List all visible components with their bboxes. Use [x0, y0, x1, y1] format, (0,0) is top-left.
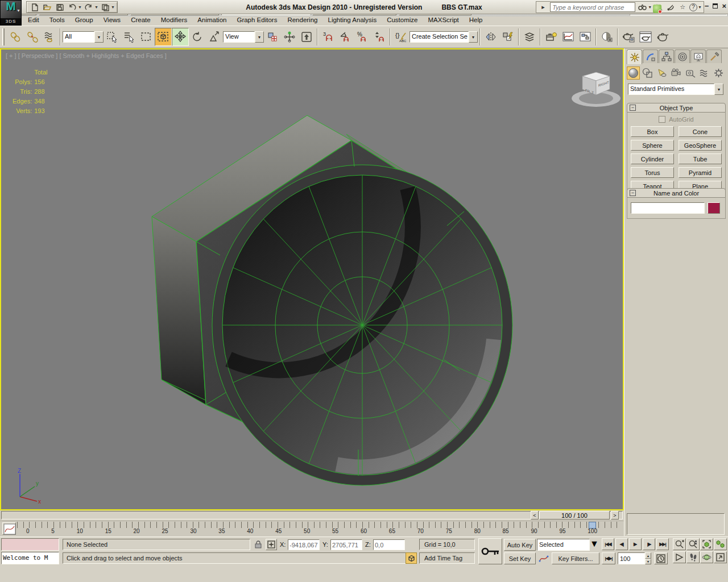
render-setup-icon[interactable]	[620, 28, 637, 46]
category-systems-icon[interactable]	[712, 66, 725, 80]
category-helpers-icon[interactable]	[684, 66, 697, 80]
infocenter-expand-icon[interactable]: ▸	[538, 2, 548, 12]
tab-motion-icon[interactable]	[675, 49, 690, 63]
category-shapes-icon[interactable]	[641, 66, 654, 80]
auto-key-button[interactable]: Auto Key	[504, 539, 536, 551]
layer-manager-icon[interactable]	[521, 28, 538, 46]
select-and-link-icon[interactable]	[7, 28, 24, 46]
menu-maxscript[interactable]: MAXScript	[423, 14, 464, 26]
trackbar-frame-marker[interactable]	[589, 522, 596, 529]
schematic-view-icon[interactable]	[577, 28, 594, 46]
select-and-scale-icon[interactable]	[206, 28, 223, 46]
tab-create-icon[interactable]	[627, 49, 642, 64]
menu-lighting-analysis[interactable]: Lighting Analysis	[322, 14, 382, 26]
maxscript-mini-listener-pink[interactable]	[1, 538, 59, 551]
tab-utilities-icon[interactable]	[706, 49, 722, 63]
named-selection-sets-dropdown[interactable]: Create Selection Se ▼	[410, 31, 478, 43]
align-icon[interactable]	[499, 28, 516, 46]
select-and-rotate-icon[interactable]	[189, 28, 206, 46]
toolbar-grip[interactable]	[2, 28, 5, 45]
percent-snap-toggle-icon[interactable]: %	[354, 28, 371, 46]
search-dropdown-icon[interactable]: ▼	[648, 5, 652, 9]
previous-frame-arrow[interactable]: <	[531, 511, 539, 519]
menu-views[interactable]: Views	[98, 14, 126, 26]
next-frame-button[interactable]: |▶	[643, 538, 655, 550]
key-filters-button[interactable]: Key Filters...	[552, 552, 599, 564]
open-file-button[interactable]	[42, 2, 53, 13]
select-and-manipulate-icon[interactable]	[281, 28, 298, 46]
object-name-input[interactable]	[631, 202, 705, 214]
search-binoculars-icon[interactable]	[637, 2, 647, 12]
mini-curve-editor-button[interactable]	[2, 522, 16, 535]
key-mode-dropdown[interactable]: Selected ▼	[537, 539, 599, 551]
zoom-extents-all-icon[interactable]	[714, 538, 727, 550]
cone-button[interactable]: Cone	[679, 126, 722, 137]
field-of-view-icon[interactable]	[673, 551, 686, 563]
selection-lock-toggle-icon[interactable]	[406, 552, 417, 564]
mirror-icon[interactable]	[482, 28, 499, 46]
minimize-button[interactable]: −	[705, 2, 709, 10]
track-bar[interactable]: 0510152025303540455055606570758085909510…	[0, 521, 624, 537]
y-coordinate-field[interactable]	[330, 539, 362, 550]
category-geometry-icon[interactable]	[627, 66, 640, 80]
menu-group[interactable]: Group	[70, 14, 98, 26]
name-color-rollout-header[interactable]: − Name and Color	[627, 188, 726, 198]
menu-help[interactable]: Help	[464, 14, 488, 26]
selection-filter-dropdown[interactable]: All ▼	[63, 31, 104, 43]
reference-coordinate-system-dropdown[interactable]: View ▼	[223, 31, 264, 43]
tab-display-icon[interactable]	[690, 49, 706, 63]
category-cameras-icon[interactable]	[669, 66, 682, 80]
maxscript-mini-listener[interactable]: Welcome to M	[1, 552, 59, 564]
tube-button[interactable]: Tube	[679, 153, 722, 164]
default-tangent-icon[interactable]	[538, 554, 549, 564]
object-color-swatch[interactable]	[708, 202, 720, 214]
time-configuration-button[interactable]	[654, 552, 668, 564]
project-folder-button[interactable]	[100, 2, 111, 13]
communication-center-icon[interactable]	[665, 2, 676, 12]
selection-lock-icon[interactable]	[253, 539, 264, 550]
set-key-button[interactable]: Set Key	[504, 552, 536, 564]
favorites-star-icon[interactable]: ☆	[677, 2, 688, 12]
box-button[interactable]: Box	[631, 126, 674, 137]
play-button[interactable]: ▶	[629, 538, 642, 550]
window-crossing-toggle-icon[interactable]	[155, 28, 172, 46]
menu-animation[interactable]: Animation	[192, 14, 231, 26]
maximize-viewport-toggle-icon[interactable]	[714, 551, 727, 563]
geosphere-button[interactable]: GeoSphere	[679, 140, 722, 151]
help-dropdown-icon[interactable]: ▼	[698, 5, 702, 9]
menu-tools[interactable]: Tools	[44, 14, 70, 26]
menu-modifiers[interactable]: Modifiers	[156, 14, 193, 26]
menu-graph-editors[interactable]: Graph Editors	[231, 14, 282, 26]
select-object-icon[interactable]	[104, 28, 121, 46]
menu-customize[interactable]: Customize	[382, 14, 423, 26]
render-production-icon[interactable]	[654, 28, 671, 46]
undo-button[interactable]	[67, 2, 78, 13]
add-time-tag[interactable]: Add Time Tag	[419, 552, 475, 564]
key-mode-toggle-button[interactable]: |◀▶|	[602, 552, 615, 564]
primitive-category-dropdown[interactable]: Standard Primitives ▼	[628, 84, 723, 95]
edit-named-selection-sets-icon[interactable]: {}ABC	[392, 28, 410, 46]
z-coordinate-field[interactable]	[373, 539, 405, 550]
keyboard-shortcut-override-icon[interactable]	[298, 28, 315, 46]
frame-spinner-arrows[interactable]: ▲▼	[645, 552, 651, 564]
set-keys-button[interactable]	[478, 538, 502, 564]
redo-button[interactable]	[83, 2, 94, 13]
go-to-end-button[interactable]: ▶▶|	[656, 538, 669, 550]
tab-modify-icon[interactable]	[643, 49, 658, 63]
select-and-move-icon[interactable]	[172, 28, 189, 46]
material-editor-icon[interactable]	[598, 28, 615, 46]
category-space-warps-icon[interactable]	[698, 66, 711, 80]
orbit-icon[interactable]	[700, 551, 713, 563]
viewcube[interactable]: FR..T RIGHT	[570, 66, 622, 109]
bind-to-space-warp-icon[interactable]	[41, 28, 58, 46]
coord-system-arrow-icon[interactable]: ▼	[255, 31, 264, 43]
use-pivot-point-center-icon[interactable]	[264, 28, 281, 46]
restore-button[interactable]	[713, 2, 718, 10]
previous-frame-button[interactable]: ◀|	[615, 538, 628, 550]
snap-toggle-3d-icon[interactable]: 3	[320, 28, 337, 46]
menu-edit[interactable]: Edit	[23, 14, 44, 26]
primitive-category-arrow-icon[interactable]: ▼	[714, 84, 723, 95]
application-menu-button[interactable]: M ▼ 3DS	[0, 0, 22, 26]
project-dropdown-icon[interactable]: ▼	[111, 5, 115, 9]
category-lights-icon[interactable]	[655, 66, 668, 80]
